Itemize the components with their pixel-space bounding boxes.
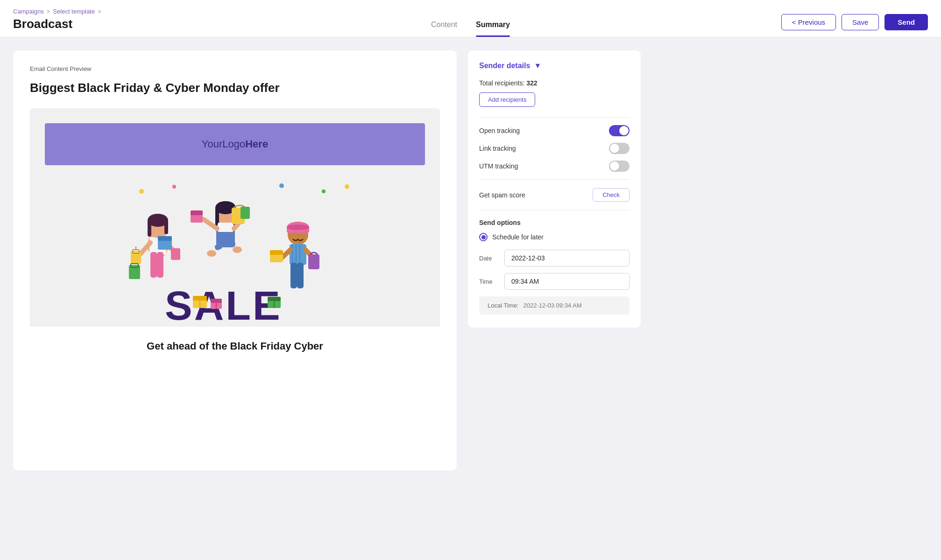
svg-rect-33 <box>191 210 203 215</box>
tab-summary[interactable]: Summary <box>476 21 510 37</box>
local-time-value: 2022-12-03 09:34 AM <box>523 302 581 309</box>
divider-1 <box>479 117 630 118</box>
breadcrumb-sep2: > <box>98 8 101 15</box>
svg-rect-48 <box>270 250 283 255</box>
open-tracking-label: Open tracking <box>479 127 520 134</box>
utm-tracking-toggle[interactable] <box>609 161 630 172</box>
tabs: Content Summary <box>431 21 510 37</box>
schedule-later-label: Schedule for later <box>492 233 544 241</box>
breadcrumb-select-template[interactable]: Select template <box>53 8 95 15</box>
svg-rect-24 <box>218 223 233 232</box>
header-left: Campaigns > Select template > Broadcast <box>13 8 101 37</box>
date-input[interactable] <box>504 250 630 266</box>
time-input[interactable] <box>504 273 630 290</box>
local-time-box: Local Time: 2022-12-03 09:34 AM <box>479 296 630 315</box>
link-tracking-toggle[interactable] <box>609 143 630 154</box>
svg-rect-8 <box>164 220 168 234</box>
recipients-row: Total recipients: 322 <box>479 79 630 87</box>
svg-point-28 <box>233 246 242 253</box>
sender-details-section: Sender details ▼ Total recipients: 322 A… <box>468 50 641 328</box>
breadcrumb-campaigns[interactable]: Campaigns <box>13 8 44 15</box>
email-preview-panel: Email Content Preview Biggest Black Frid… <box>13 50 457 470</box>
recipients-count: 322 <box>526 79 537 87</box>
svg-rect-18 <box>171 248 180 260</box>
email-logo-text: YourLogoHere <box>202 138 268 150</box>
svg-rect-34 <box>241 207 250 219</box>
sender-details-header: Sender details ▼ <box>479 62 630 70</box>
breadcrumb: Campaigns > Select template > <box>13 8 101 15</box>
previous-button[interactable]: < Previous <box>781 14 836 30</box>
email-logo-bar: YourLogoHere <box>45 123 425 165</box>
svg-point-27 <box>207 250 216 257</box>
svg-point-61 <box>279 183 284 188</box>
open-tracking-toggle[interactable] <box>609 125 630 136</box>
svg-point-38 <box>287 224 309 230</box>
sender-details-title: Sender details <box>479 62 530 70</box>
svg-rect-43 <box>290 263 297 288</box>
divider-2 <box>479 179 630 180</box>
svg-rect-17 <box>158 236 172 241</box>
schedule-later-radio[interactable] <box>479 233 488 241</box>
toggle-knob <box>619 126 629 135</box>
divider-3 <box>479 210 630 210</box>
svg-rect-4 <box>157 252 163 278</box>
date-label: Date <box>479 255 498 262</box>
svg-point-63 <box>345 184 349 189</box>
breadcrumb-sep1: > <box>47 8 50 15</box>
svg-rect-3 <box>150 252 157 278</box>
spam-score-label: Get spam score <box>479 191 525 199</box>
local-time-label: Local Time: <box>488 302 518 309</box>
svg-rect-49 <box>308 254 319 269</box>
save-button[interactable]: Save <box>842 14 879 30</box>
recipients-label: Total recipients: 322 <box>479 79 538 87</box>
add-recipients-button[interactable]: Add recipients <box>479 92 535 107</box>
open-tracking-row: Open tracking <box>479 125 630 136</box>
email-frame: YourLogoHere SALE <box>30 108 440 362</box>
svg-point-62 <box>322 189 325 193</box>
header-actions: < Previous Save Send <box>781 14 928 37</box>
svg-rect-44 <box>297 263 304 288</box>
svg-point-59 <box>139 189 144 194</box>
date-row: Date <box>479 250 630 266</box>
time-label: Time <box>479 278 498 285</box>
email-subject: Biggest Black Friday & Cyber Monday offe… <box>30 81 440 95</box>
toggle-knob-link <box>610 144 619 153</box>
time-row: Time <box>479 273 630 290</box>
spam-score-row: Get spam score Check <box>479 188 630 202</box>
svg-point-60 <box>172 185 176 189</box>
utm-tracking-label: UTM tracking <box>479 162 518 170</box>
page-title: Broadcast <box>13 17 101 37</box>
toggle-knob-utm <box>610 161 619 171</box>
right-panel: Sender details ▼ Total recipients: 322 A… <box>468 50 641 470</box>
email-bottom-text: Get ahead of the Black Friday Cyber <box>30 327 440 362</box>
header: Campaigns > Select template > Broadcast … <box>0 0 941 37</box>
preview-label: Email Content Preview <box>30 65 440 72</box>
send-options-section: Send options Schedule for later Date Tim… <box>479 219 630 315</box>
email-bottom-title: Get ahead of the Black Friday Cyber <box>41 340 429 353</box>
main-content: Email Content Preview Biggest Black Frid… <box>0 37 654 483</box>
link-tracking-label: Link tracking <box>479 145 516 152</box>
sale-svg: SALE <box>104 182 366 327</box>
link-tracking-row: Link tracking <box>479 143 630 154</box>
sale-illustration: SALE <box>30 173 440 327</box>
check-spam-button[interactable]: Check <box>593 188 630 202</box>
schedule-later-row[interactable]: Schedule for later <box>479 233 630 241</box>
svg-line-29 <box>204 219 217 229</box>
chevron-down-icon: ▼ <box>534 62 541 70</box>
radio-dot-inner <box>481 235 486 239</box>
utm-tracking-row: UTM tracking <box>479 161 630 172</box>
svg-text:SALE: SALE <box>165 282 282 327</box>
svg-rect-7 <box>148 220 151 237</box>
tab-content[interactable]: Content <box>431 21 457 37</box>
send-options-title: Send options <box>479 219 630 226</box>
send-button[interactable]: Send <box>884 14 928 30</box>
